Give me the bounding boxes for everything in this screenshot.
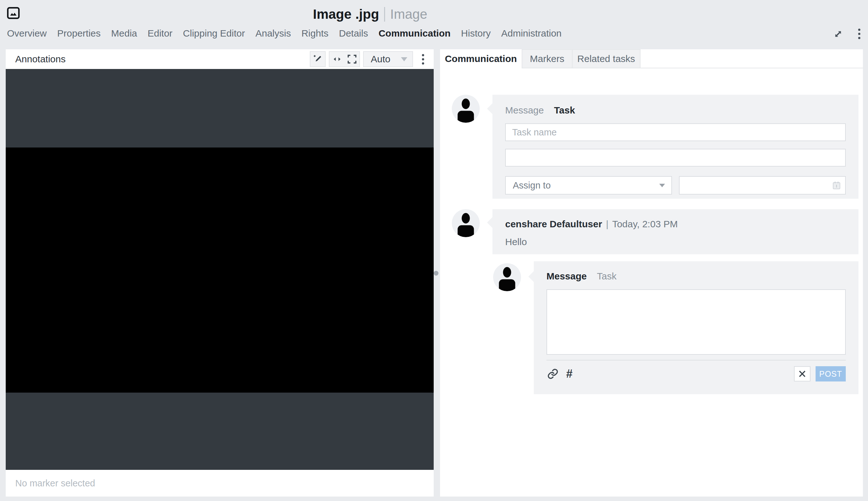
panel-resize-handle[interactable] [434,271,438,276]
add-annotation-button[interactable] [310,51,326,67]
header-kebab-menu-icon[interactable] [857,27,862,40]
annotations-header: Annotations Auto [6,49,434,69]
compose-mode-toggle: Message Task [546,271,846,282]
nav-item-analysis[interactable]: Analysis [256,28,291,39]
bubble-tail [528,271,534,282]
avatar-censhare-defaultuser [452,209,480,237]
communication-panel: Communication Markers Related tasks Mess… [440,49,863,497]
due-date-input[interactable] [679,176,846,194]
reply-compose: Message Task # [534,261,858,394]
image-preview-area[interactable] [6,69,434,470]
nav-item-overview[interactable]: Overview [7,28,47,39]
close-x-icon [797,369,807,379]
tab-markers[interactable]: Markers [522,49,573,68]
message-timestamp: Today, 2:03 PM [612,219,678,230]
mode-message-toggle[interactable]: Message [546,271,587,282]
avatar-current-user [452,95,480,123]
horizontal-arrows-icon [332,54,342,64]
nav-item-details[interactable]: Details [339,28,368,39]
reply-message-textarea[interactable] [546,289,846,355]
reply-actions-divider [546,360,846,361]
asset-type-label: Image [390,7,427,22]
main-nav: Overview Properties Media Editor Clippin… [7,27,562,40]
fullscreen-button[interactable] [344,52,359,66]
attach-link-button[interactable] [547,368,558,380]
title-divider [384,7,385,22]
cancel-button[interactable] [794,366,811,382]
nav-item-history[interactable]: History [461,28,490,39]
tab-markers-label: Markers [530,53,564,64]
nav-item-rights[interactable]: Rights [302,28,328,39]
nav-item-clipping-editor[interactable]: Clipping Editor [183,28,245,39]
task-assignment-row: Assign to [505,176,846,194]
nav-item-editor[interactable]: Editor [148,28,172,39]
reply-actions-row: # POST [546,366,846,382]
page-title: Image .jpg Image [313,5,427,23]
zoom-level-value: Auto [371,54,390,65]
tab-related-tasks[interactable]: Related tasks [573,49,641,68]
mode-task-toggle[interactable]: Task [597,271,617,282]
nav-item-media[interactable]: Media [111,28,137,39]
message-body: Hello [505,236,846,247]
mode-message-toggle[interactable]: Message [505,105,544,116]
annotations-title: Annotations [15,54,65,65]
annotations-kebab-menu-icon[interactable] [421,53,425,66]
nav-item-communication[interactable]: Communication [378,28,451,39]
fullscreen-corners-icon [347,54,357,64]
chevron-down-icon [659,184,665,187]
tab-related-tasks-label: Related tasks [577,53,635,64]
pencil-plus-icon [313,54,323,64]
link-chain-icon [547,368,558,380]
asset-type-image-icon [6,6,20,20]
bubble-tail [487,103,493,115]
communication-tab-bar: Communication Markers Related tasks [440,49,863,68]
fit-width-button[interactable] [329,52,344,66]
post-button[interactable]: POST [816,366,846,382]
assign-to-select[interactable]: Assign to [505,176,672,194]
header-actions [832,27,862,40]
preview-zoom-button-group [329,51,360,67]
nav-item-properties[interactable]: Properties [57,28,101,39]
asset-name: Image [313,7,351,22]
message-separator: | [606,219,608,230]
marker-status-bar: No marker selected [6,470,434,497]
calendar-icon[interactable] [832,181,841,190]
communication-content: Message Task Assign to [440,68,863,497]
task-description-input[interactable] [505,149,846,167]
task-name-input[interactable] [505,123,846,141]
bubble-tail [487,217,493,228]
marker-status-text: No marker selected [15,478,95,489]
nav-item-administration[interactable]: Administration [501,28,561,39]
zoom-level-select[interactable]: Auto [363,51,413,67]
chevron-down-icon [401,57,407,61]
due-date-field [679,176,846,194]
mode-task-toggle[interactable]: Task [554,105,575,116]
hashtag-icon: # [566,368,573,380]
message-item: censhare Defaultuser | Today, 2:03 PM He… [492,209,858,254]
asset-extension: .jpg [355,7,379,22]
tab-communication-label: Communication [445,53,517,64]
annotations-panel: Annotations Auto [6,49,434,497]
compose-mode-toggle: Message Task [505,105,846,116]
tab-bar-filler [641,49,863,68]
avatar-current-user [493,263,521,291]
expand-icon[interactable] [832,28,844,40]
new-task-compose: Message Task Assign to [492,95,858,199]
image-canvas[interactable] [6,148,434,393]
message-author: censhare Defaultuser [505,219,602,230]
hashtag-button[interactable]: # [566,368,573,380]
message-header: censhare Defaultuser | Today, 2:03 PM [505,219,846,230]
assign-to-label: Assign to [513,180,551,191]
tab-communication[interactable]: Communication [440,49,522,68]
